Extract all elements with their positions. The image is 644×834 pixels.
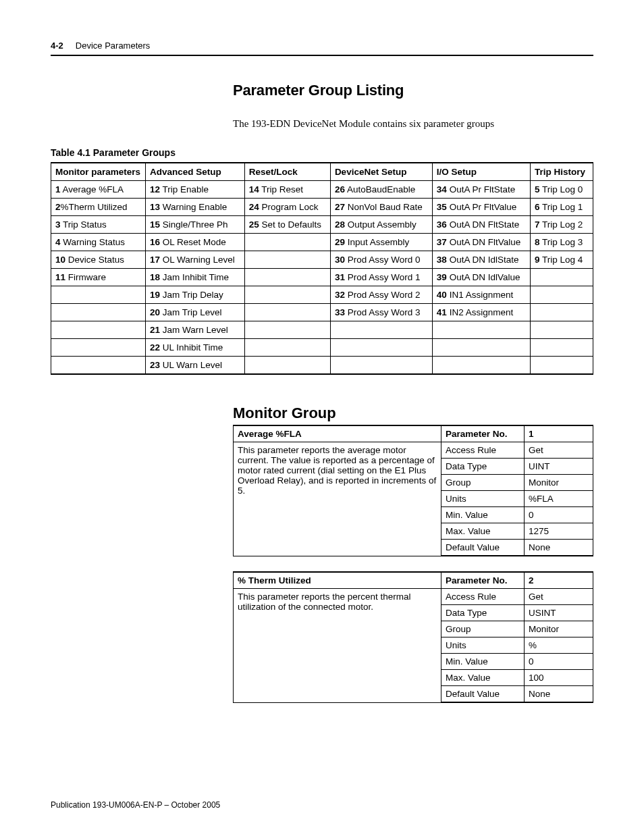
attr-label: Access Rule [441,442,525,459]
table-cell: 8 Trip Log 3 [530,234,593,251]
intro-text: The 193-EDN DeviceNet Module contains si… [233,118,593,130]
table-cell [51,286,146,304]
attr-label: Data Type [441,459,525,475]
table-cell [432,357,530,375]
table-cell: 5 Trip Log 0 [530,181,593,199]
table-cell [51,357,146,375]
table-cell: 17 OL Warning Level [146,251,245,269]
table-cell: 19 Jam Trip Delay [146,286,245,304]
attr-value: Monitor [525,621,593,637]
param-name: Average %FLA [234,425,441,442]
table-cell [530,286,593,304]
attr-value: None [525,686,593,703]
attr-label: Default Value [441,686,525,703]
table-cell [244,234,330,251]
attr-value: USINT [525,605,593,621]
table-cell: 41 IN2 Assignment [432,304,530,321]
table-cell: 16 OL Reset Mode [146,234,245,251]
table-cell: 33 Prod Assy Word 3 [330,304,432,321]
table-cell: 32 Prod Assy Word 2 [330,286,432,304]
table-cell: 35 OutA Pr FltValue [432,199,530,216]
table-cell: 26 AutoBaudEnable [330,181,432,199]
table-cell: 29 Input Assembly [330,234,432,251]
attr-value: Get [525,442,593,459]
table-cell: 18 Jam Inhibit Time [146,269,245,286]
table-cell [432,321,530,339]
table-caption: Table 4.1 Parameter Groups [51,147,593,158]
table-cell [244,339,330,357]
table-cell [530,339,593,357]
column-header: Trip History [530,163,593,181]
section-title-monitor-group: Monitor Group [233,405,593,422]
attr-label: Data Type [441,605,525,621]
table-cell [432,339,530,357]
attr-label: Max. Value [441,670,525,686]
table-cell [530,304,593,321]
column-header: Monitor parameters [51,163,146,181]
attr-label: Group [441,621,525,637]
table-cell: 12 Trip Enable [146,181,245,199]
column-header: I/O Setup [432,163,530,181]
table-cell [51,321,146,339]
attr-value: Monitor [525,475,593,491]
table-cell: 11 Firmware [51,269,146,286]
param-no-label: Parameter No. [441,572,525,589]
table-cell: 25 Set to Defaults [244,216,330,234]
table-cell [330,357,432,375]
page-number: 4-2 [51,41,63,51]
attr-label: Max. Value [441,523,525,540]
attr-value: UINT [525,459,593,475]
column-header: Advanced Setup [146,163,245,181]
attr-label: Default Value [441,540,525,556]
table-cell: 28 Output Assembly [330,216,432,234]
param-name: % Therm Utilized [234,572,441,589]
attr-value: None [525,540,593,556]
table-cell [530,269,593,286]
table-cell [330,321,432,339]
attr-label: Units [441,637,525,654]
table-cell: 38 OutA DN IdlState [432,251,530,269]
detail-block-average-fla: Average %FLAParameter No.1This parameter… [233,425,593,556]
table-cell: 27 NonVol Baud Rate [330,199,432,216]
table-cell: 2%Therm Utilized [51,199,146,216]
attr-value: 0 [525,507,593,523]
table-cell: 9 Trip Log 4 [530,251,593,269]
table-cell: 7 Trip Log 2 [530,216,593,234]
table-cell [244,357,330,375]
attr-label: Min. Value [441,654,525,670]
chapter-title: Device Parameters [76,41,151,51]
column-header: Reset/Lock [244,163,330,181]
table-cell [530,357,593,375]
attr-value: 0 [525,654,593,670]
param-no-value: 2 [525,572,593,589]
table-cell [51,339,146,357]
table-cell: 36 OutA DN FltState [432,216,530,234]
detail-block-therm-utilized: % Therm UtilizedParameter No.2This param… [233,571,593,703]
table-cell: 21 Jam Warn Level [146,321,245,339]
param-no-label: Parameter No. [441,425,525,442]
table-cell [244,321,330,339]
table-cell: 40 IN1 Assignment [432,286,530,304]
table-cell [330,339,432,357]
table-cell: 14 Trip Reset [244,181,330,199]
table-cell [530,321,593,339]
table-cell [244,304,330,321]
attr-label: Min. Value [441,507,525,523]
page-header: 4-2 Device Parameters [51,41,593,56]
attr-value: 1275 [525,523,593,540]
attr-value: 100 [525,670,593,686]
table-cell: 20 Jam Trip Level [146,304,245,321]
table-cell: 4 Warning Status [51,234,146,251]
table-cell: 23 UL Warn Level [146,357,245,375]
table-cell [244,286,330,304]
table-cell: 6 Trip Log 1 [530,199,593,216]
table-cell: 34 OutA Pr FltState [432,181,530,199]
attr-label: Group [441,475,525,491]
table-cell: 37 OutA DN FltValue [432,234,530,251]
param-description: This parameter reports the percent therm… [234,589,441,703]
table-cell: 31 Prod Assy Word 1 [330,269,432,286]
param-no-value: 1 [525,425,593,442]
section-title-param-group-listing: Parameter Group Listing [233,82,593,99]
table-cell: 15 Single/Three Ph [146,216,245,234]
table-cell: 22 UL Inhibit Time [146,339,245,357]
